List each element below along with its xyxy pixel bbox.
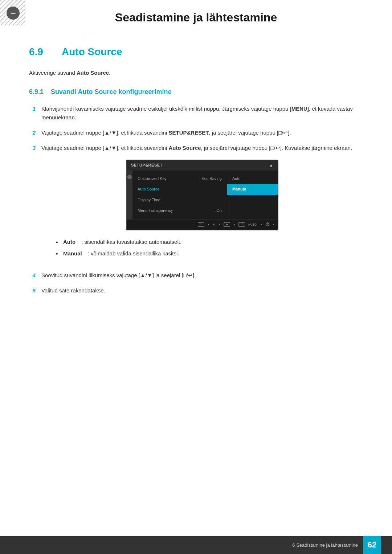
bottom-icon-2: ▲ [224,222,230,227]
page-badge-icon: — [11,11,16,16]
caret-3: ▼ [233,222,236,226]
bullet-auto: Auto: sisendallikas tuvastatakse automaa… [56,238,363,246]
intro-bold: Auto Source [77,70,109,76]
monitor-bottom-bar: □ ▼ M ▼ ▲ ▼ ↩ AUTO ▼ ⏻ [127,219,278,230]
menu-value-customized: : Eco Saving [199,176,222,182]
step-num-5: 5 [29,286,36,295]
step-text-2: Vajutage seadmel nuppe [▲/▼], et liikuda… [41,128,363,137]
bullet-manual-text: : võimaldab valida sisendallika käsitsi. [88,249,179,258]
step-text-5: Valitud säte rakendatakse. [41,286,363,295]
bottom-icon-3: ↩ [238,222,245,227]
step-3: 3 Vajutage seadmel nuppe [▲/▼], et liiku… [29,144,363,264]
step-2: 2 Vajutage seadmel nuppe [▲/▼], et liiku… [29,128,363,137]
menu-label-customized: Customized Key [138,176,167,182]
menu-item-transparency: Menu Transparency : On [132,205,227,216]
submenu-auto: Auto [227,173,278,184]
bullet-list: Auto: sisendallikas tuvastatakse automaa… [56,238,363,258]
bullet-auto-bold: Auto [63,238,75,246]
step-text-3: Vajutage seadmel nuppe [▲/▼], et liikuda… [41,144,363,264]
menu-title: SETUP&RESET [131,163,163,167]
bottom-label-m: M [213,222,216,227]
bottom-label-auto: AUTO [248,222,257,227]
settings-icon [127,175,132,179]
bullet-manual-bold: Manual [63,249,82,258]
caret-2: ▼ [218,222,221,226]
footer-page-number: 62 [363,536,381,554]
monitor-header: SETUP&RESET ▲ [127,160,278,171]
step-1: 1 Klahvijuhendi kuvamiseks vajutage sead… [29,104,363,122]
caret-5: ▼ [272,222,275,226]
intro-text: Aktiveerige suvand [29,70,77,76]
page-title: Seadistamine ja lähtestamine [0,0,392,46]
submenu-manual: Manual [227,184,278,195]
page-badge: — [7,7,20,20]
bottom-icon-1: □ [198,222,204,227]
step-5: 5 Valitud säte rakendatakse. [29,286,363,295]
section-heading: 6.9 Auto Source [29,46,363,58]
menu-item-customized: Customized Key : Eco Saving [132,173,227,184]
bullet-auto-text: : sisendallikas tuvastatakse automaatsel… [81,238,181,246]
subsection-title: Suvandi Auto Source konfigureerimine [51,88,171,95]
menu-value-transparency: : On [214,208,222,214]
step-text-1: Klahvijuhendi kuvamiseks vajutage seadme… [41,104,363,122]
menu-label-transparency: Menu Transparency [138,208,173,214]
bullet-manual: Manual: võimaldab valida sisendallika kä… [56,249,363,258]
steps-list: 1 Klahvijuhendi kuvamiseks vajutage sead… [29,104,363,295]
subsection-heading: 6.9.1 Suvandi Auto Source konfigureerimi… [29,88,363,96]
step-num-4: 4 [29,271,36,280]
step-num-1: 1 [29,104,36,122]
monitor-body: Customized Key : Eco Saving Auto Source … [127,171,278,219]
intro-end: . [109,70,110,76]
monitor-menu: Customized Key : Eco Saving Auto Source … [132,171,227,219]
monitor-sidebar [127,171,132,219]
content-area: 6.9 Auto Source Aktiveerige suvand Auto … [0,46,392,331]
subsection-number: 6.9.1 [29,88,44,95]
intro-paragraph: Aktiveerige suvand Auto Source. [29,69,363,77]
step-4: 4 Soovitud suvandini liikumiseks vajutag… [29,271,363,280]
monitor-submenu: Auto Manual [227,171,278,219]
step-text-4: Soovitud suvandini liikumiseks vajutage … [41,271,363,280]
power-icon: ⏻ [265,221,269,228]
caret-4: ▼ [260,222,262,226]
footer-chapter-label: 6 Seadistamine ja lähtestamine [292,542,358,548]
page-footer: 6 Seadistamine ja lähtestamine 62 [0,536,392,554]
menu-item-displaytime: Display Time [132,195,227,206]
section-number: 6.9 [29,46,54,58]
menu-item-autosource: Auto Source [132,184,227,195]
caret-1: ▼ [207,222,210,226]
section-title: Auto Source [62,46,122,58]
step-num-3: 3 [29,144,36,264]
step-num-2: 2 [29,128,36,137]
monitor-screenshot: SETUP&RESET ▲ Customized Key : Eco Savin… [126,160,278,230]
